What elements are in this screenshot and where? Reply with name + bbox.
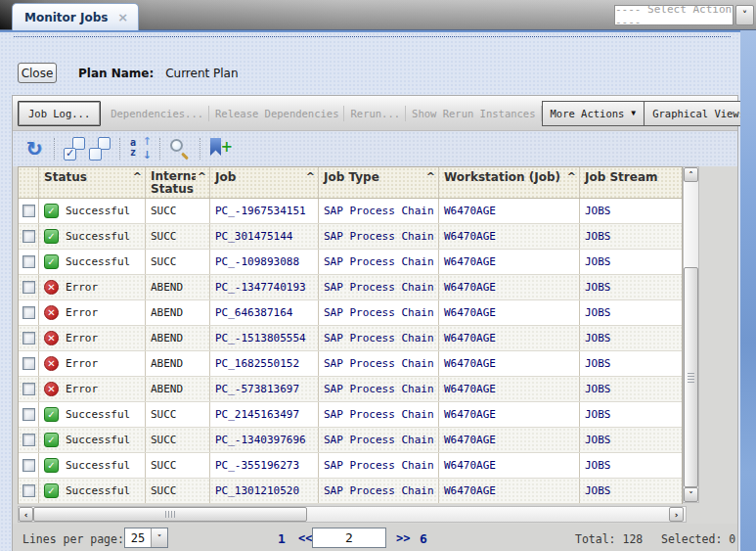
row-checkbox[interactable] [22, 383, 35, 395]
workstation-cell: W6470AGE [439, 479, 580, 503]
tab-bar: Monitor Jobs × ---- Select Action ---- ˅ [0, 0, 756, 30]
sort-ascending-icon[interactable]: ^ [198, 170, 206, 183]
table-row[interactable]: ✓ Successful SUCC PC_-1340397696 SAP Pro… [19, 428, 682, 453]
scroll-down-icon: ˅ [689, 490, 693, 500]
search-icon[interactable] [167, 136, 193, 161]
page-last-link[interactable]: 6 [420, 531, 427, 546]
status-text: Error [66, 383, 98, 395]
job-type-cell: SAP Process Chain [319, 351, 439, 376]
row-checkbox[interactable] [22, 332, 35, 344]
job-link[interactable]: PC_-1513805554 [210, 326, 319, 350]
select-action-chevron-button[interactable]: ˅ [735, 5, 754, 25]
row-checkbox[interactable] [22, 255, 35, 268]
horizontal-scrollbar-thumb[interactable] [33, 507, 307, 522]
scroll-left-button[interactable]: ‹ [19, 507, 33, 522]
page-number-input[interactable] [312, 528, 386, 548]
table-row[interactable]: ✕ Error ABEND PC_-1347740193 SAP Process… [19, 275, 682, 300]
job-link[interactable]: PC_-355196273 [210, 453, 319, 478]
tab-close-icon[interactable]: × [117, 13, 128, 23]
toolbar-button-rerun[interactable]: Rerun... [344, 101, 406, 126]
page-previous-link[interactable]: << [298, 531, 312, 545]
header-internal-status[interactable]: Internal Status ^ [146, 167, 210, 198]
lines-per-page-chevron-button[interactable]: ˅ [151, 528, 167, 547]
internal-status-cell: ABEND [146, 275, 210, 299]
scroll-up-button[interactable]: ˄ [684, 167, 698, 182]
lines-per-page-select[interactable]: 25 ˅ [124, 528, 168, 548]
header-job-type[interactable]: Job Type ^ [319, 167, 439, 198]
select-action-dropdown[interactable]: ---- Select Action ---- [614, 5, 734, 25]
horizontal-scrollbar[interactable]: ‹ › [18, 506, 687, 523]
table-row[interactable]: ✓ Successful SUCC PC_-355196273 SAP Proc… [19, 453, 682, 479]
table-row[interactable]: ✕ Error ABEND PC_-1513805554 SAP Process… [19, 326, 682, 351]
toolbar-button-dependencies[interactable]: Dependencies... [105, 101, 209, 126]
jobs-table-widget: Job Log... Dependencies... Release Depen… [12, 95, 738, 551]
job-type-cell: SAP Process Chain [319, 377, 439, 401]
row-checkbox[interactable] [22, 281, 35, 294]
status-text: Successful [66, 230, 130, 243]
row-checkbox[interactable] [22, 230, 35, 243]
job-link[interactable]: PC_-1340397696 [210, 428, 319, 452]
job-link[interactable]: PC_-1967534151 [210, 199, 319, 223]
refresh-icon[interactable]: ↻ [22, 136, 47, 161]
header-status[interactable]: Status ^ [39, 167, 146, 198]
row-checkbox[interactable] [22, 434, 35, 446]
sort-ascending-icon[interactable]: ^ [306, 170, 315, 183]
table-row[interactable]: ✓ Successful SUCC PC_1301210520 SAP Proc… [19, 479, 682, 504]
row-checkbox[interactable] [22, 459, 35, 472]
job-link[interactable]: PC_1682550152 [210, 351, 319, 376]
close-button[interactable]: Close [18, 63, 57, 83]
table-row[interactable]: ✕ Error ABEND PC_1682550152 SAP Process … [19, 351, 682, 377]
table-row[interactable]: ✓ Successful SUCC PC_-1967534151 SAP Pro… [19, 199, 682, 224]
header-job[interactable]: Job ^ [210, 167, 319, 198]
row-checkbox[interactable] [22, 205, 35, 217]
vertical-scrollbar-thumb[interactable] [684, 267, 698, 487]
toolbar-button-release-dependencies[interactable]: Release Dependencies [209, 101, 344, 126]
row-checkbox[interactable] [22, 484, 35, 497]
row-checkbox[interactable] [22, 357, 35, 370]
toolbar-button-show-rerun-instances[interactable]: Show Rerun Instances [406, 101, 541, 126]
header-workstation[interactable]: Workstation (Job) ^ [439, 167, 580, 198]
row-checkbox[interactable] [22, 306, 35, 319]
panel-divider [14, 36, 731, 37]
add-bookmark-icon[interactable]: + [207, 136, 233, 161]
table-row[interactable]: ✓ Successful SUCC PC_301475144 SAP Proce… [19, 224, 682, 250]
tab-title: Monitor Jobs [24, 11, 108, 24]
toolbar-button-more-actions[interactable]: More Actions ▼ [542, 101, 645, 126]
toolbar-button-graphical-views[interactable]: Graphical Views ▼ [645, 101, 756, 126]
table-row[interactable]: ✕ Error ABEND PC_646387164 SAP Process C… [19, 300, 682, 326]
vertical-scrollbar[interactable]: ˄ ˅ [683, 166, 699, 503]
job-type-cell: SAP Process Chain [319, 326, 439, 350]
job-link[interactable]: PC_-1347740193 [210, 275, 319, 299]
row-checkbox[interactable] [22, 408, 35, 421]
workstation-cell: W6470AGE [439, 275, 580, 299]
toolbar-button-job-log[interactable]: Job Log... [18, 101, 101, 126]
actions-toolbar: Job Log... Dependencies... Release Depen… [13, 96, 737, 131]
job-link[interactable]: PC_646387164 [210, 300, 319, 325]
job-link[interactable]: PC_301475144 [210, 224, 319, 249]
success-icon: ✓ [44, 254, 59, 269]
table-row[interactable]: ✕ Error ABEND PC_-573813697 SAP Process … [19, 377, 682, 402]
scroll-down-button[interactable]: ˅ [684, 487, 698, 502]
tab-monitor-jobs[interactable]: Monitor Jobs × [12, 3, 139, 30]
select-all-icon[interactable]: ✓ [62, 136, 87, 161]
sort-icon[interactable]: az ↑ ↓ [127, 136, 153, 161]
sort-ascending-icon[interactable]: ^ [567, 170, 576, 183]
job-link[interactable]: PC_-109893088 [210, 250, 319, 274]
deselect-all-icon[interactable] [87, 136, 112, 161]
header-job-stream[interactable]: Job Stream [580, 167, 682, 198]
page-first-link[interactable]: 1 [278, 531, 286, 546]
table-row[interactable]: ✓ Successful SUCC PC_-109893088 SAP Proc… [19, 250, 682, 275]
table-row[interactable]: ✓ Successful SUCC PC_2145163497 SAP Proc… [19, 402, 682, 428]
job-stream-cell: JOBS [580, 250, 682, 274]
sort-ascending-icon[interactable]: ^ [426, 170, 435, 183]
job-link[interactable]: PC_2145163497 [210, 402, 319, 427]
scroll-right-button[interactable]: › [669, 507, 684, 522]
page-next-link[interactable]: >> [396, 531, 410, 545]
workstation-cell: W6470AGE [439, 250, 580, 274]
status-text: Error [66, 357, 98, 370]
job-link[interactable]: PC_-573813697 [210, 377, 319, 401]
lines-per-page-value: 25 [125, 528, 151, 547]
sort-ascending-icon[interactable]: ^ [133, 170, 142, 183]
job-link[interactable]: PC_1301210520 [210, 479, 319, 503]
workstation-cell: W6470AGE [439, 402, 580, 427]
